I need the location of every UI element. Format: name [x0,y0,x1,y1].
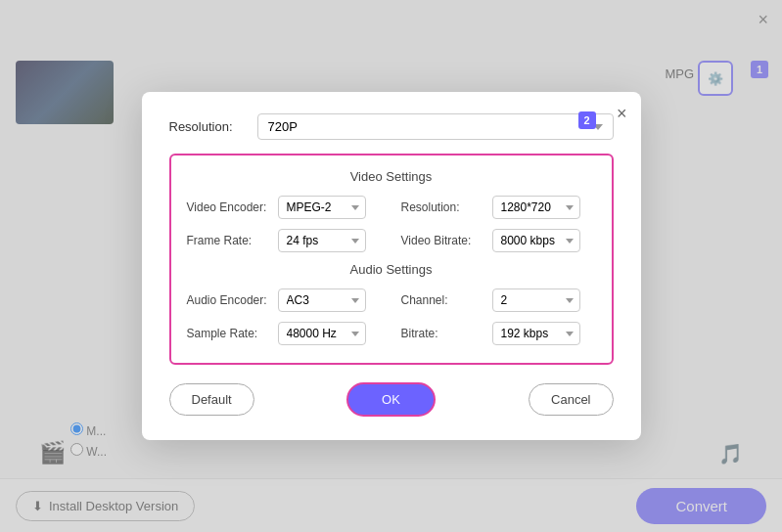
channel-row: Channel: 2 [401,288,596,312]
modal-buttons: Default OK Cancel [169,382,614,417]
modal-overlay: × 2 Resolution: 720P Video Settings Vide… [0,0,782,532]
video-encoder-label: Video Encoder: [187,200,270,214]
resolution-row: Resolution: 720P [169,113,614,140]
audio-encoder-label: Audio Encoder: [187,293,270,307]
bitrate-row: Bitrate: 192 kbps [401,322,596,345]
video-encoder-select[interactable]: MPEG-2 [278,196,366,219]
frame-rate-select[interactable]: 24 fps [278,229,366,252]
channel-label: Channel: [401,293,484,307]
video-bitrate-label: Video Bitrate: [401,234,484,247]
badge-2: 2 [578,111,596,129]
settings-modal: × 2 Resolution: 720P Video Settings Vide… [142,92,641,440]
audio-encoder-row: Audio Encoder: AC3 [187,288,382,312]
video-settings-title: Video Settings [187,169,596,184]
default-button[interactable]: Default [169,383,254,416]
ok-button[interactable]: OK [346,382,436,417]
audio-settings-title: Audio Settings [187,262,596,277]
settings-box: Video Settings Video Encoder: MPEG-2 Res… [169,154,614,365]
sample-rate-label: Sample Rate: [187,327,270,340]
video-bitrate-select[interactable]: 8000 kbps [492,229,580,252]
frame-rate-row: Frame Rate: 24 fps [187,229,382,252]
sample-rate-row: Sample Rate: 48000 Hz [187,322,382,345]
sample-rate-select[interactable]: 48000 Hz [278,322,366,345]
frame-rate-label: Frame Rate: [187,234,270,247]
resolution-field-label: Resolution: [401,200,484,214]
video-settings-grid: Video Encoder: MPEG-2 Resolution: 1280*7… [187,196,596,252]
modal-close-button[interactable]: × [617,104,627,124]
channel-select[interactable]: 2 [492,288,580,312]
video-bitrate-row: Video Bitrate: 8000 kbps [401,229,596,252]
bitrate-select[interactable]: 192 kbps [492,322,580,345]
resolution-label: Resolution: [169,119,248,134]
resolution-field-select[interactable]: 1280*720 [492,196,580,219]
audio-encoder-select[interactable]: AC3 [278,288,366,312]
bitrate-label: Bitrate: [401,327,484,340]
cancel-button[interactable]: Cancel [529,383,613,416]
audio-settings-grid: Audio Encoder: AC3 Channel: 2 Sample Rat… [187,288,596,345]
video-encoder-row: Video Encoder: MPEG-2 [187,196,382,219]
resolution-field-row: Resolution: 1280*720 [401,196,596,219]
resolution-select[interactable]: 720P [257,113,614,140]
